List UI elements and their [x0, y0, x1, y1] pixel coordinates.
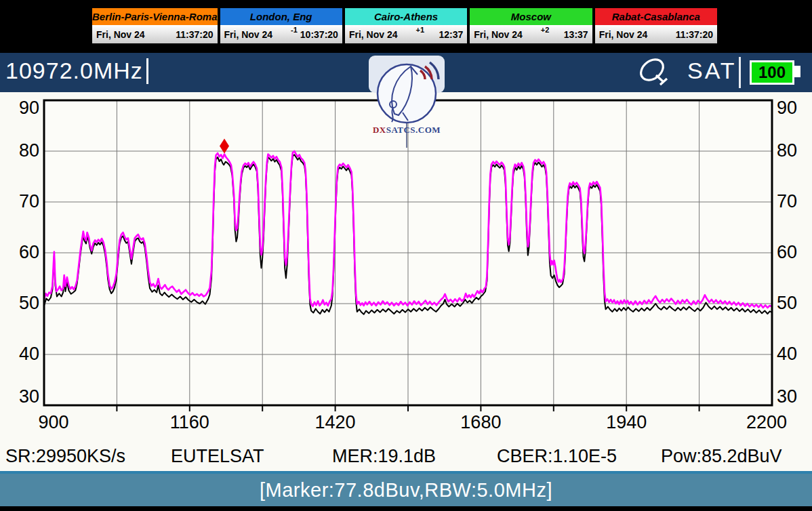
clock-city-label: Berlin-Paris-Vienna-Roma: [92, 8, 218, 25]
y-axis-tick-label-right: 90: [777, 98, 812, 119]
battery-level: 100: [758, 63, 786, 81]
clock-cell: Berlin-Paris-Vienna-RomaFri, Nov 2411:37…: [92, 8, 218, 45]
satmeter-screen: Berlin-Paris-Vienna-RomaFri, Nov 2411:37…: [0, 0, 812, 511]
logo-text-rest: SATCS.COM: [386, 125, 441, 135]
marker-readout-bar: [Marker:77.8dBuv,RBW:5.0MHz]: [0, 471, 812, 506]
x-axis-tick-label: 1420: [298, 412, 373, 433]
clock-utc-offset: +1: [415, 26, 424, 34]
clock-time: 11:37:20: [676, 29, 713, 40]
clock-city-label: Rabat-Casablanca: [595, 8, 717, 25]
y-axis-tick-label-right: 30: [777, 386, 812, 407]
clock-time: 13:37: [564, 29, 588, 40]
logo-text-dx: DX: [373, 125, 386, 135]
clock-date: Fri, Nov 24: [349, 29, 398, 40]
battery-nub: [794, 66, 800, 77]
sat-mode-label: SAT: [687, 58, 737, 84]
status-symbol-rate: SR:29950KS/s: [5, 446, 125, 468]
satellite-dish-icon: [636, 56, 675, 94]
clock-date: Fri, Nov 24: [474, 29, 523, 40]
y-axis-tick-label-right: 50: [777, 293, 812, 314]
clock-utc-offset: -1: [291, 26, 298, 34]
battery-indicator: 100: [750, 60, 794, 85]
clock-cell: Rabat-CasablancaFri, Nov 2411:37:20: [595, 8, 717, 45]
y-axis-tick-label-left: 60: [8, 242, 39, 263]
clock-date: Fri, Nov 24: [224, 29, 273, 40]
clock-city-label: Moscow: [470, 8, 592, 25]
clock-utc-offset: +2: [541, 26, 550, 34]
status-power: Pow:85.2dBuV: [661, 446, 782, 468]
logo-text: DXSATCS.COM: [367, 125, 446, 136]
frequency-input[interactable]: 10972.0MHz: [5, 58, 143, 84]
y-axis-tick-label-left: 30: [8, 386, 39, 407]
x-axis-tick-label: 900: [16, 412, 91, 433]
clock-date-time: Fri, Nov 24+112:37: [345, 25, 467, 43]
bottom-strip: [0, 506, 812, 511]
status-cber: CBER:1.10E-5: [497, 446, 617, 468]
status-satellite-name: EUTELSAT: [171, 446, 264, 468]
y-axis-tick-label-right: 40: [777, 344, 812, 365]
world-clocks: Berlin-Paris-Vienna-RomaFri, Nov 2411:37…: [92, 8, 717, 45]
y-axis-tick-label-right: 60: [777, 242, 812, 263]
clock-date-time: Fri, Nov 2411:37:20: [92, 25, 218, 43]
y-axis-tick-label-left: 50: [8, 293, 39, 314]
clock-date-time: Fri, Nov 24-110:37:20: [220, 25, 342, 43]
header-separator: [739, 57, 741, 88]
clock-time: 12:37: [439, 29, 463, 40]
world-clock-bar: Berlin-Paris-Vienna-RomaFri, Nov 2411:37…: [0, 0, 812, 53]
clock-date-time: Fri, Nov 24+213:37: [470, 25, 592, 43]
x-axis-tick-label: 1680: [443, 412, 518, 433]
clock-time: 11:37:20: [176, 29, 213, 40]
clock-date: Fri, Nov 24: [96, 29, 145, 40]
clock-date: Fri, Nov 24: [599, 29, 648, 40]
clock-date-time: Fri, Nov 2411:37:20: [595, 25, 717, 43]
clock-city-label: Cairo-Athens: [345, 8, 467, 25]
y-axis-tick-label-left: 40: [8, 344, 39, 365]
clock-cell: MoscowFri, Nov 24+213:37: [470, 8, 592, 45]
clock-time: 10:37:20: [300, 29, 338, 40]
clock-city-label: London, Eng: [220, 8, 342, 25]
clock-cell: London, EngFri, Nov 24-110:37:20: [220, 8, 342, 45]
text-cursor: [146, 58, 148, 84]
x-axis-tick-label: 2200: [729, 412, 804, 433]
y-axis-tick-label-left: 80: [8, 140, 39, 161]
y-axis-tick-label-right: 80: [777, 140, 812, 161]
marker-readout-text: [Marker:77.8dBuv,RBW:5.0MHz]: [260, 479, 552, 502]
dxsatcs-logo: DXSATCS.COM: [367, 56, 446, 152]
y-axis-tick-label-right: 70: [777, 191, 812, 212]
clock-cell: Cairo-AthensFri, Nov 24+112:37: [345, 8, 467, 45]
status-mer: MER:19.1dB: [332, 446, 436, 468]
logo-graphic: [367, 56, 446, 152]
y-axis-tick-label-left: 70: [8, 191, 39, 212]
y-axis-tick-label-left: 90: [8, 98, 39, 119]
x-axis-tick-label: 1940: [589, 412, 664, 433]
x-axis-tick-label: 1160: [153, 412, 227, 433]
